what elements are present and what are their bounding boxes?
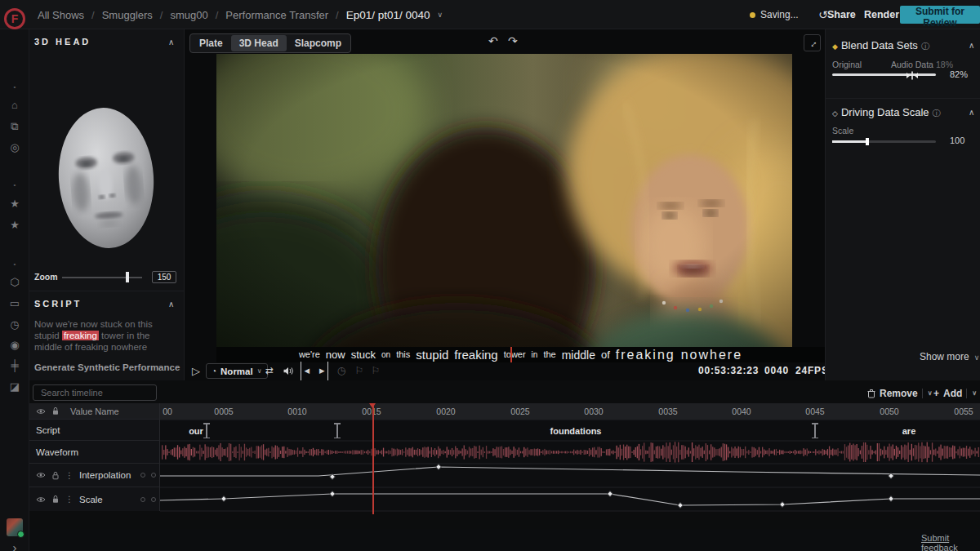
video-frame[interactable]	[216, 54, 792, 347]
tab-3d-head[interactable]: 3D Head	[231, 35, 287, 51]
timeline-playhead[interactable]	[372, 403, 374, 514]
track-option-dot[interactable]	[151, 497, 156, 502]
subtitle-word[interactable]: the	[543, 350, 555, 359]
breadcrumb-current[interactable]: Ep01/ pt01/ 0040	[346, 9, 430, 21]
crop-tool-icon[interactable]: ◪	[0, 381, 29, 393]
keyframe-diamond[interactable]	[889, 496, 894, 502]
info-icon[interactable]: ⓘ	[933, 109, 941, 118]
lock-icon[interactable]	[51, 471, 60, 480]
track-option-dot[interactable]	[140, 497, 145, 502]
zoom-slider[interactable]	[62, 277, 142, 278]
eye-icon[interactable]	[36, 408, 46, 415]
track-row-script[interactable]: Script	[29, 420, 159, 441]
star-icon[interactable]: ★	[0, 198, 29, 210]
app-logo-icon[interactable]: F	[4, 8, 25, 29]
subtitle-word[interactable]: stupid	[416, 349, 448, 361]
render-button[interactable]: Render	[864, 0, 899, 29]
driving-collapse-chevron-icon[interactable]: ∧	[969, 108, 974, 117]
drag-handle-icon[interactable]: ⋮	[65, 471, 74, 480]
search-input[interactable]	[41, 388, 157, 398]
breadcrumb-item[interactable]: Smugglers	[102, 9, 153, 21]
rail-expand-chevron-icon[interactable]: ›	[0, 540, 29, 551]
driving-scale-slider[interactable]	[832, 140, 936, 143]
breadcrumb-item[interactable]: smug00	[170, 9, 207, 21]
timer-button[interactable]: ◷	[335, 362, 348, 380]
blend-slider[interactable]	[832, 73, 936, 76]
blend-slider-handle[interactable]	[906, 69, 919, 78]
breadcrumb-item[interactable]: All Shows	[38, 9, 84, 21]
track-row-scale[interactable]: ⋮ Scale	[29, 487, 159, 511]
track-row-interpolation[interactable]: ⋮ Interpolation	[29, 464, 159, 487]
subtitle-playhead[interactable]	[510, 347, 512, 362]
user-avatar[interactable]	[7, 518, 23, 536]
head-collapse-chevron-icon[interactable]: ∧	[168, 38, 174, 47]
track-option-dot[interactable]	[151, 473, 156, 478]
folder-icon[interactable]: ▭	[0, 298, 29, 309]
subtitle-word[interactable]: stuck	[351, 349, 376, 360]
subtitle-word[interactable]: freaking	[616, 349, 675, 362]
mark-out-button[interactable]: ⚐	[369, 362, 382, 380]
lock-icon[interactable]	[51, 407, 60, 415]
blend-collapse-chevron-icon[interactable]: ∧	[969, 41, 974, 50]
keyframe-diamond[interactable]	[221, 496, 227, 502]
keyframe-diamond[interactable]	[780, 502, 786, 508]
lock-icon[interactable]	[51, 495, 60, 504]
subtitle-word[interactable]: in	[532, 351, 538, 359]
tab-slapcomp[interactable]: Slapcomp	[287, 35, 350, 51]
sliders-icon[interactable]: ╪	[0, 360, 29, 371]
add-button[interactable]: + Add ∨	[933, 385, 977, 401]
info-icon[interactable]: ⓘ	[921, 42, 929, 51]
submit-for-review-button[interactable]: Submit for Review	[900, 6, 980, 24]
breadcrumb-item[interactable]: Performance Transfer	[225, 9, 328, 21]
eye-icon[interactable]	[36, 496, 46, 503]
track-row-waveform[interactable]: Waveform	[29, 441, 159, 464]
tab-plate[interactable]: Plate	[191, 35, 231, 51]
loop-button[interactable]: ⇄	[263, 362, 276, 380]
script-highlight-word[interactable]: freaking	[62, 331, 99, 340]
drag-handle-icon[interactable]: ⋮	[65, 495, 74, 504]
star-icon[interactable]: ★	[0, 220, 29, 231]
subtitle-word[interactable]: now	[326, 349, 345, 360]
submit-feedback-link[interactable]: Submit feedback	[921, 533, 980, 551]
playback-speed-dropdown[interactable]: ◔ Normal ∨	[206, 363, 268, 379]
zoom-value-field[interactable]: 150	[152, 271, 176, 283]
zoom-slider-handle[interactable]	[126, 272, 129, 282]
timeline-search[interactable]	[33, 384, 157, 401]
undo-icon[interactable]: ↶	[488, 34, 498, 47]
keyframe-diamond[interactable]	[436, 464, 442, 470]
share-button[interactable]: Share	[827, 0, 856, 29]
subtitle-word[interactable]: nowhere	[681, 349, 742, 362]
subtitle-word[interactable]: on	[381, 351, 390, 359]
driving-slider-handle[interactable]	[866, 138, 869, 145]
head-model-viewport[interactable]	[41, 80, 173, 282]
show-more-button[interactable]: Show more∨	[920, 351, 979, 362]
track-option-dot[interactable]	[140, 473, 145, 478]
subtitle-word[interactable]: of	[601, 349, 610, 360]
redo-icon[interactable]: ↷	[508, 34, 518, 47]
subtitle-word[interactable]: we're	[299, 350, 320, 359]
play-button[interactable]: ▷	[189, 362, 203, 380]
keyframe-diamond[interactable]	[608, 491, 613, 497]
home-icon[interactable]: ⌂	[0, 100, 29, 111]
record-target-icon[interactable]: ◎	[0, 142, 29, 153]
subtitle-word[interactable]: this	[396, 350, 410, 359]
mark-in-button[interactable]: ⚐	[353, 362, 366, 380]
subtitle-word[interactable]: tower	[504, 350, 526, 359]
history-clock-icon[interactable]: ◷	[0, 319, 29, 331]
fullscreen-button[interactable]: ↔	[804, 34, 821, 51]
package-icon[interactable]: ⬡	[0, 277, 29, 288]
keyframe-diamond[interactable]	[678, 503, 684, 509]
history-icon[interactable]: ↺	[818, 0, 828, 29]
next-frame-button[interactable]: ▶	[318, 362, 328, 380]
keyframe-diamond[interactable]	[330, 491, 336, 497]
script-collapse-chevron-icon[interactable]: ∧	[168, 300, 174, 309]
face-tracking-icon[interactable]: ◉	[0, 340, 29, 351]
subtitle-word[interactable]: freaking	[454, 349, 497, 361]
bookmark-share-icon[interactable]: ⧉	[0, 121, 29, 132]
generate-synthetic-performance-button[interactable]: Generate Synthetic Performance	[34, 362, 180, 372]
prev-frame-button[interactable]: ◀	[301, 362, 311, 380]
eye-icon[interactable]	[36, 472, 46, 478]
volume-button[interactable]	[281, 362, 296, 380]
subtitle-word[interactable]: middle	[562, 349, 595, 361]
remove-button[interactable]: Remove ∨	[867, 385, 933, 401]
